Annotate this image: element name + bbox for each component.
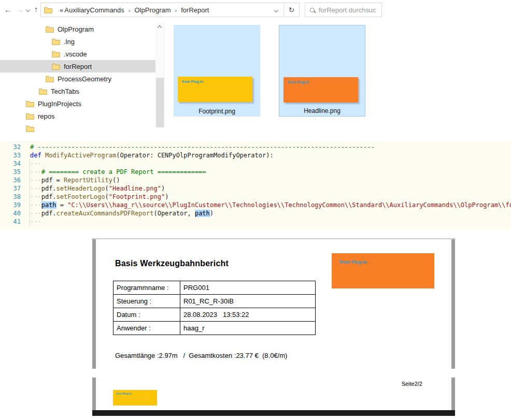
report-title: Basis Werkzeugbahnbericht xyxy=(115,259,229,268)
line-content: ···pdf.setHeaderLogo("Headline.png") xyxy=(30,184,165,193)
line-content: ··· xyxy=(30,160,41,168)
file-item-Headline.png[interactable]: from Plug-InHeadline.png xyxy=(279,25,365,117)
line-content: ···pdf.setFooterLogo("Footprint.png") xyxy=(30,193,168,201)
pdf-page-2: Seite2/2 from Plug-In xyxy=(92,378,455,410)
file-name-label: Footprint.png xyxy=(174,108,260,115)
tree-item-PlugInProjects[interactable]: PlugInProjects xyxy=(0,97,155,110)
indent-guide xyxy=(30,160,30,226)
line-content: ···pdf.createAuxCommandsPDFReport(Operat… xyxy=(30,209,214,218)
breadcrumb-separator[interactable]: › xyxy=(129,7,131,13)
line-number: 32 xyxy=(0,143,21,151)
report-table-row: Steuerung :R01_RC_R-30iB xyxy=(113,295,316,308)
report-table-row: Programmname :PRG001 xyxy=(113,281,316,295)
report-summary: Gesamtlänge :2.97m / Gesamtkosten :23.77… xyxy=(115,352,287,359)
report-header-logo: from Plug-In xyxy=(332,253,434,288)
tree-item-OlpProgram[interactable]: OlpProgram xyxy=(0,23,155,35)
field-value: 28.08.2023 13:53:22 xyxy=(180,308,316,322)
tree-scrollbar[interactable] xyxy=(155,23,164,127)
code-line-35[interactable]: 35···# ======== create a PDF Report ====… xyxy=(0,168,511,176)
tree-item-TechTabs[interactable]: TechTabs xyxy=(0,85,155,97)
address-dropdown-chevron-icon[interactable] xyxy=(274,8,278,12)
code-line-40[interactable]: 40···pdf.createAuxCommandsPDFReport(Oper… xyxy=(0,209,511,218)
folder-icon xyxy=(26,113,34,120)
code-lines: 32# ------------------------------------… xyxy=(0,143,511,226)
code-line-38[interactable]: 38···pdf.setFooterLogo("Footprint.png") xyxy=(0,193,511,201)
up-button[interactable]: ↑ xyxy=(34,5,38,13)
header-logo-text: from Plug-In xyxy=(339,259,367,265)
folder-icon xyxy=(26,125,34,132)
folder-icon xyxy=(52,63,60,70)
thumbnail-image: from Plug-In xyxy=(178,77,252,102)
line-number: 35 xyxy=(0,168,21,176)
file-list: from Plug-InFootprint.pngfrom Plug-InHea… xyxy=(174,25,365,117)
back-button[interactable]: ← xyxy=(4,6,12,13)
field-label: Steuerung : xyxy=(113,295,180,308)
field-label: Datum : xyxy=(113,308,180,322)
scrollbar-thumb[interactable] xyxy=(156,78,164,127)
code-editor[interactable]: 32# ------------------------------------… xyxy=(0,141,511,230)
code-line-37[interactable]: 37···pdf.setHeaderLogo("Headline.png") xyxy=(0,184,511,193)
code-line-36[interactable]: 36···pdf = ReportUtility() xyxy=(0,176,511,184)
breadcrumb-item-AuxiliaryCommands[interactable]: AuxiliaryCommands xyxy=(64,6,124,14)
tree-item-repos[interactable]: repos xyxy=(0,110,155,122)
line-number: 38 xyxy=(0,193,21,201)
report-table-row: Anwender :haag_r xyxy=(113,322,316,335)
line-number: 36 xyxy=(0,176,21,184)
file-item-Footprint.png[interactable]: from Plug-InFootprint.png xyxy=(174,25,260,117)
refresh-icon: ↻ xyxy=(289,6,295,14)
line-content: ···# ======== create a PDF Report ======… xyxy=(30,168,206,176)
page-number: Seite2/2 xyxy=(402,381,422,387)
folder-icon xyxy=(39,88,47,95)
scrollbar-up-arrow-icon[interactable] xyxy=(158,25,162,30)
line-number: 33 xyxy=(0,151,21,160)
report-table: Programmname :PRG001Steuerung :R01_RC_R-… xyxy=(113,281,316,335)
line-content: ···path = "C:\\Users\\haag_r\\source\\Pl… xyxy=(30,201,511,209)
address-bar[interactable]: « AuxiliaryCommands›OlpProgram›forReport xyxy=(40,3,284,17)
line-number: 34 xyxy=(0,160,21,168)
breadcrumb-item-forReport[interactable]: forReport xyxy=(181,6,209,14)
code-line-34[interactable]: 34··· xyxy=(0,160,511,168)
file-explorer: ← → ↑ « AuxiliaryCommands›OlpProgram›for… xyxy=(0,0,511,127)
folder-icon xyxy=(46,76,54,82)
line-number: 41 xyxy=(0,218,21,226)
tree-item-partial[interactable] xyxy=(0,122,155,135)
breadcrumb-separator[interactable]: › xyxy=(175,7,177,13)
code-line-32[interactable]: 32# ------------------------------------… xyxy=(0,143,511,151)
code-line-33[interactable]: 33def ModifyActiveProgram(Operator: CENP… xyxy=(0,151,511,160)
report-table-row: Datum :28.08.2023 13:53:22 xyxy=(113,308,316,322)
tree-item-label: repos xyxy=(38,112,55,120)
tree-item-label: TechTabs xyxy=(51,88,79,95)
field-label: Programmname : xyxy=(113,281,180,295)
tree-item-label: PlugInProjects xyxy=(38,100,81,108)
line-content: ··· xyxy=(30,218,41,226)
tree-item-.lng[interactable]: .lng xyxy=(0,35,155,48)
refresh-button[interactable]: ↻ xyxy=(283,3,300,17)
folder-icon xyxy=(26,100,34,107)
search-input[interactable] xyxy=(319,6,378,14)
line-number: 39 xyxy=(0,201,21,209)
line-content: ···pdf = ReportUtility() xyxy=(30,176,120,184)
breadcrumb: AuxiliaryCommands›OlpProgram›forReport xyxy=(64,5,209,15)
folder-icon xyxy=(52,51,60,57)
search-icon xyxy=(310,8,315,12)
line-content: # --------------------------------------… xyxy=(30,143,375,151)
tree-item-label: OlpProgram xyxy=(58,25,94,33)
forward-button[interactable]: → xyxy=(16,6,24,13)
recent-locations-chevron-icon[interactable] xyxy=(26,8,30,12)
tree-item-forReport[interactable]: forReport xyxy=(0,60,155,73)
tree-item-label: forReport xyxy=(64,63,92,70)
tree-item-ProcessGeometry[interactable]: ProcessGeometry xyxy=(0,73,155,85)
code-line-39[interactable]: 39···path = "C:\\Users\\haag_r\\source\\… xyxy=(0,201,511,209)
tree-item-.vscode[interactable]: .vscode xyxy=(0,48,155,60)
code-line-41[interactable]: 41··· xyxy=(0,218,511,226)
line-number: 37 xyxy=(0,184,21,193)
field-value: R01_RC_R-30iB xyxy=(180,295,316,308)
search-box[interactable] xyxy=(305,3,382,17)
screenshot-root: ← → ↑ « AuxiliaryCommands›OlpProgram›for… xyxy=(0,0,511,420)
field-value: PRG001 xyxy=(180,281,316,295)
line-content: def ModifyActiveProgram(Operator: CENPyO… xyxy=(30,151,274,160)
document-end-bar xyxy=(92,410,455,416)
pdf-page-1: Basis Werkzeugbahnbericht from Plug-In P… xyxy=(92,239,455,369)
breadcrumb-item-OlpProgram[interactable]: OlpProgram xyxy=(135,6,171,14)
folder-icon xyxy=(52,38,60,45)
